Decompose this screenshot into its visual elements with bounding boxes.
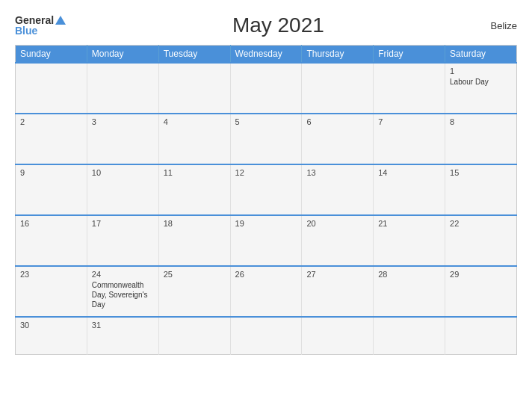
event-label: Commonwealth Day, Sovereign's Day	[92, 280, 154, 309]
calendar-cell-w1-d2: 4	[158, 114, 230, 164]
calendar-cell-w2-d1: 10	[87, 164, 158, 215]
day-number: 17	[92, 219, 154, 228]
calendar-cell-w3-d5: 21	[374, 215, 445, 266]
day-number: 23	[20, 270, 82, 279]
calendar-cell-w3-d4: 20	[302, 215, 374, 266]
calendar-cell-w4-d2: 25	[158, 266, 230, 317]
calendar-week-0: 1Labour Day	[16, 63, 517, 114]
calendar-week-1: 2345678	[16, 114, 517, 164]
day-number: 13	[306, 168, 368, 177]
calendar-cell-w2-d5: 14	[374, 164, 445, 215]
col-thursday: Thursday	[302, 46, 374, 64]
calendar-cell-w4-d1: 24Commonwealth Day, Sovereign's Day	[87, 266, 158, 317]
day-number: 3	[92, 117, 154, 126]
day-number: 10	[92, 168, 154, 177]
calendar-cell-w0-d4	[302, 63, 374, 114]
day-number: 12	[235, 168, 297, 177]
calendar-cell-w5-d0: 30	[16, 317, 87, 354]
calendar-cell-w4-d5: 28	[374, 266, 445, 317]
calendar-cell-w1-d5: 7	[374, 114, 445, 164]
calendar-cell-w2-d2: 11	[158, 164, 230, 215]
calendar-week-2: 9101112131415	[16, 164, 517, 215]
calendar-cell-w1-d6: 8	[445, 114, 517, 164]
day-number: 1	[450, 67, 512, 75]
calendar-cell-w5-d2	[158, 317, 230, 354]
day-number: 9	[20, 168, 82, 177]
calendar-cell-w0-d6: 1Labour Day	[445, 63, 517, 114]
col-wednesday: Wednesday	[230, 46, 302, 64]
day-number: 21	[378, 219, 440, 228]
col-saturday: Saturday	[445, 46, 517, 64]
calendar-cell-w3-d2: 18	[158, 215, 230, 266]
day-number: 22	[450, 219, 512, 228]
day-number: 5	[235, 117, 297, 126]
calendar-cell-w1-d4: 6	[302, 114, 374, 164]
event-label: Labour Day	[450, 77, 512, 87]
calendar-cell-w0-d5	[374, 63, 445, 114]
country-label: Belize	[491, 20, 517, 31]
calendar-cell-w1-d1: 3	[87, 114, 158, 164]
month-title: May 2021	[232, 13, 324, 37]
calendar-cell-w1-d3: 5	[230, 114, 302, 164]
calendar-table: Sunday Monday Tuesday Wednesday Thursday…	[15, 45, 517, 355]
calendar-cell-w5-d6	[445, 317, 517, 354]
calendar-week-4: 2324Commonwealth Day, Sovereign's Day252…	[16, 266, 517, 317]
day-number: 30	[20, 321, 82, 330]
day-number: 8	[450, 117, 512, 126]
calendar-cell-w5-d5	[374, 317, 445, 354]
calendar-cell-w4-d0: 23	[16, 266, 87, 317]
day-number: 27	[306, 270, 368, 279]
day-number: 28	[378, 270, 440, 279]
calendar-week-3: 16171819202122	[16, 215, 517, 266]
calendar-header: Sunday Monday Tuesday Wednesday Thursday…	[16, 46, 517, 64]
day-number: 14	[378, 168, 440, 177]
calendar-cell-w5-d4	[302, 317, 374, 354]
calendar-cell-w2-d6: 15	[445, 164, 517, 215]
calendar-cell-w0-d3	[230, 63, 302, 114]
calendar-cell-w4-d3: 26	[230, 266, 302, 317]
day-number: 29	[450, 270, 512, 279]
calendar-cell-w3-d0: 16	[16, 215, 87, 266]
day-number: 4	[164, 117, 226, 126]
calendar-cell-w2-d0: 9	[16, 164, 87, 215]
logo-triangle-icon	[55, 16, 66, 25]
day-number: 18	[164, 219, 226, 228]
calendar-cell-w3-d1: 17	[87, 215, 158, 266]
logo: General Blue	[15, 15, 66, 36]
day-number: 20	[306, 219, 368, 228]
calendar-cell-w0-d2	[158, 63, 230, 114]
day-number: 2	[20, 117, 82, 126]
day-number: 7	[378, 117, 440, 126]
col-tuesday: Tuesday	[158, 46, 230, 64]
col-friday: Friday	[374, 46, 445, 64]
calendar-cell-w0-d0	[16, 63, 87, 114]
day-number: 15	[450, 168, 512, 177]
day-number: 25	[164, 270, 226, 279]
calendar-cell-w2-d3: 12	[230, 164, 302, 215]
col-sunday: Sunday	[16, 46, 87, 64]
day-number: 19	[235, 219, 297, 228]
calendar-cell-w5-d3	[230, 317, 302, 354]
calendar-cell-w4-d6: 29	[445, 266, 517, 317]
day-number: 16	[20, 219, 82, 228]
calendar-page: General Blue May 2021 Belize Sunday Mond…	[0, 0, 532, 411]
day-number: 24	[92, 270, 154, 279]
logo-general-text: General	[15, 15, 66, 25]
calendar-cell-w0-d1	[87, 63, 158, 114]
calendar-cell-w3-d6: 22	[445, 215, 517, 266]
col-monday: Monday	[87, 46, 158, 64]
calendar-cell-w2-d4: 13	[302, 164, 374, 215]
logo-blue-text: Blue	[15, 25, 66, 36]
calendar-body: 1Labour Day23456789101112131415161718192…	[16, 63, 517, 354]
day-number: 6	[306, 117, 368, 126]
calendar-cell-w1-d0: 2	[16, 114, 87, 164]
calendar-cell-w4-d4: 27	[302, 266, 374, 317]
calendar-week-5: 3031	[16, 317, 517, 354]
days-of-week-row: Sunday Monday Tuesday Wednesday Thursday…	[16, 46, 517, 64]
day-number: 31	[92, 321, 154, 330]
day-number: 11	[164, 168, 226, 177]
day-number: 26	[235, 270, 297, 279]
calendar-cell-w5-d1: 31	[87, 317, 158, 354]
header: General Blue May 2021 Belize	[15, 13, 517, 37]
calendar-cell-w3-d3: 19	[230, 215, 302, 266]
